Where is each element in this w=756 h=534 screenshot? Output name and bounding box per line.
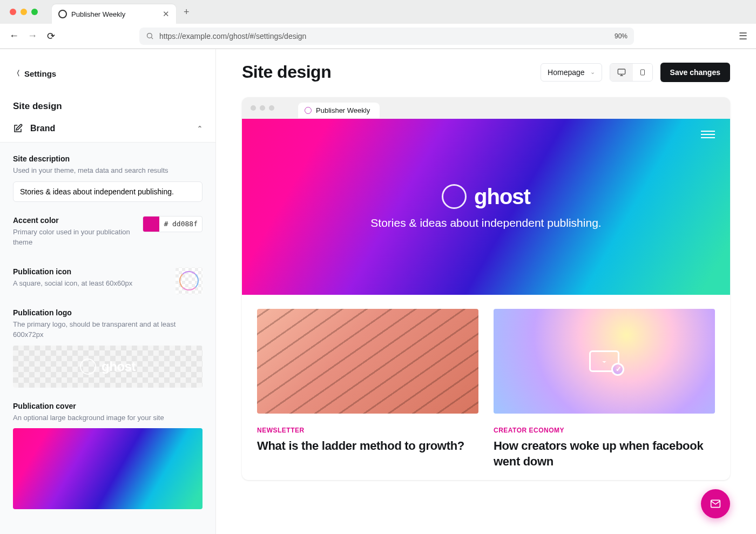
close-tab-icon[interactable]: ✕ — [163, 9, 170, 19]
hero-brand: ghost — [474, 185, 530, 209]
svg-rect-5 — [640, 70, 644, 75]
pub-logo-help: The primary logo, should be transparent … — [13, 319, 202, 340]
search-icon — [146, 32, 154, 40]
card-tag: CREATOR ECONOMY — [494, 427, 715, 434]
chevron-left-icon: 〈 — [13, 69, 20, 78]
field-accent-color: Accent color Primary color used in your … — [13, 216, 202, 253]
pub-cover-help: An optional large background image for y… — [13, 413, 202, 423]
preview-tab-bar: Publisher Weekly — [242, 97, 730, 119]
mail-check-icon — [589, 350, 619, 372]
preview-favicon-icon — [305, 107, 312, 114]
chevron-up-icon: ⌃ — [197, 125, 202, 132]
sidebar-section-title: Site design — [0, 86, 215, 117]
ring-icon — [179, 271, 199, 290]
mobile-view-button[interactable] — [633, 64, 652, 81]
page-title: Site design — [242, 62, 331, 82]
desktop-icon — [617, 68, 626, 77]
hex-value: # dd088f — [159, 220, 202, 228]
preview-hero: ghost Stories & ideas about independent … — [242, 119, 730, 295]
site-description-help: Used in your theme, meta data and search… — [13, 165, 202, 176]
desktop-view-button[interactable] — [610, 64, 633, 81]
card-image — [257, 309, 478, 414]
pub-icon-preview[interactable] — [176, 267, 202, 294]
newsletter-fab[interactable] — [701, 489, 730, 518]
preview-browser-tab: Publisher Weekly — [298, 103, 380, 118]
card-image — [494, 309, 715, 414]
new-tab-button[interactable]: + — [180, 4, 193, 20]
pub-icon-label: Publication icon — [13, 267, 169, 276]
card-tag: NEWSLETTER — [257, 427, 478, 434]
close-window-icon[interactable] — [10, 9, 16, 15]
pub-icon-help: A square, social icon, at least 60x60px — [13, 278, 169, 289]
pub-logo-label: Publication logo — [13, 308, 202, 317]
dot-icon — [260, 105, 265, 111]
forward-button[interactable]: → — [27, 30, 38, 42]
preview-card[interactable]: CREATOR ECONOMY How creators woke up whe… — [494, 309, 715, 469]
ghost-ring-icon — [80, 359, 96, 375]
maximize-window-icon[interactable] — [31, 9, 38, 15]
sidebar: 〈 Settings Site design Brand ⌃ Site desc… — [0, 49, 216, 534]
dot-icon — [251, 105, 256, 111]
tab-title: Publisher Weekly — [71, 10, 158, 18]
hero-logo: ghost — [442, 184, 530, 209]
accent-color-label: Accent color — [13, 216, 136, 225]
svg-line-1 — [151, 37, 153, 39]
preview-card[interactable]: NEWSLETTER What is the ladder method to … — [257, 309, 478, 469]
preview-tab-title: Publisher Weekly — [316, 106, 370, 114]
card-title: What is the ladder method to growth? — [257, 438, 478, 454]
pub-cover-label: Publication cover — [13, 402, 202, 410]
url-bar[interactable]: 90% — [139, 28, 634, 45]
mail-icon — [709, 498, 722, 509]
app: 〈 Settings Site design Brand ⌃ Site desc… — [0, 49, 756, 534]
page-select[interactable]: Homepage ⌄ — [541, 63, 602, 82]
edit-icon — [13, 124, 23, 133]
browser-chrome: Publisher Weekly ✕ + ← → ⟳ 90% ☰ — [0, 0, 756, 49]
accent-color-picker[interactable]: # dd088f — [143, 216, 202, 232]
mobile-icon — [639, 68, 646, 77]
main: Site design Homepage ⌄ Save changes — [216, 49, 756, 534]
ghost-ring-icon — [442, 184, 467, 209]
save-button[interactable]: Save changes — [660, 63, 730, 82]
browser-menu-icon[interactable]: ☰ — [739, 30, 747, 42]
ghost-logo: ghost — [80, 359, 136, 375]
card-title: How creators woke up when facebook went … — [494, 438, 715, 469]
back-label: Settings — [24, 69, 56, 78]
main-header: Site design Homepage ⌄ Save changes — [242, 62, 730, 82]
field-publication-icon: Publication icon A square, social icon, … — [13, 267, 202, 294]
field-publication-logo: Publication logo The primary logo, shoul… — [13, 308, 202, 388]
reload-button[interactable]: ⟳ — [45, 30, 56, 42]
site-description-input[interactable] — [13, 181, 202, 202]
svg-point-0 — [147, 33, 152, 38]
site-description-label: Site description — [13, 154, 202, 163]
pub-logo-preview[interactable]: ghost — [13, 346, 202, 388]
accent-color-help: Primary color used in your publication t… — [13, 227, 136, 248]
back-button[interactable]: ← — [9, 30, 19, 42]
field-site-description: Site description Used in your theme, met… — [13, 154, 202, 202]
tab-bar: Publisher Weekly ✕ + — [0, 0, 756, 24]
ghost-logo-text: ghost — [102, 359, 136, 374]
minimize-window-icon[interactable] — [21, 9, 27, 15]
color-swatch — [143, 216, 159, 232]
pub-cover-preview[interactable] — [13, 428, 202, 509]
browser-toolbar: ← → ⟳ 90% ☰ — [0, 24, 756, 49]
page-select-value: Homepage — [548, 68, 585, 77]
view-toggle — [610, 63, 653, 82]
header-controls: Homepage ⌄ Save changes — [541, 63, 730, 82]
hero-tagline: Stories & ideas about independent publis… — [370, 217, 601, 229]
dot-icon — [269, 105, 274, 111]
zoom-level[interactable]: 90% — [615, 32, 627, 40]
preview-frame: Publisher Weekly ghost Stories & ideas a… — [242, 97, 730, 480]
url-input[interactable] — [159, 32, 609, 40]
preview-cards: NEWSLETTER What is the ladder method to … — [242, 295, 730, 480]
brand-panel: Site description Used in your theme, met… — [0, 142, 215, 534]
svg-rect-2 — [618, 69, 625, 74]
field-publication-cover: Publication cover An optional large back… — [13, 402, 202, 510]
browser-tab[interactable]: Publisher Weekly ✕ — [52, 4, 176, 24]
back-to-settings[interactable]: 〈 Settings — [0, 49, 215, 86]
accordion-brand[interactable]: Brand ⌃ — [0, 117, 215, 142]
chevron-down-icon: ⌄ — [590, 69, 595, 76]
window-controls — [10, 9, 38, 15]
hamburger-icon[interactable] — [701, 131, 715, 138]
tab-favicon-icon — [58, 10, 67, 18]
preview-window-dots — [251, 105, 274, 111]
